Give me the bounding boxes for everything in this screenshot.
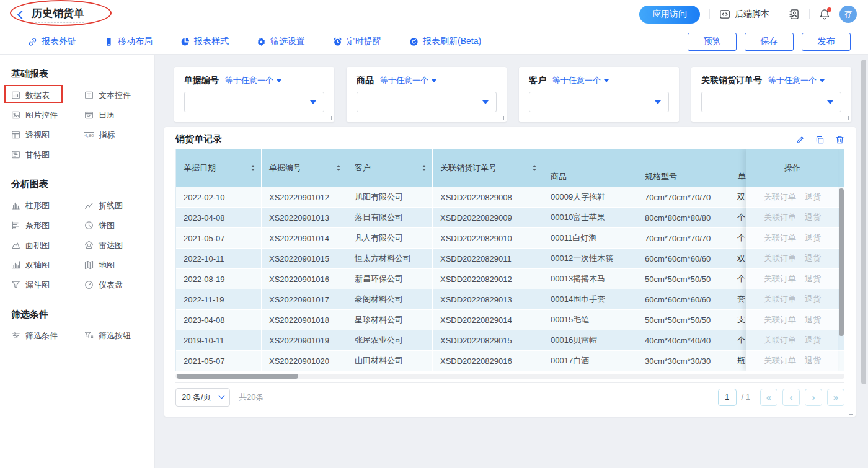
line-chart-icon	[84, 201, 94, 210]
page-size-select[interactable]: 20 条/页	[175, 388, 230, 407]
sidebar-item-funnel-chart[interactable]: 漏斗图	[11, 279, 84, 291]
filter-value-select[interactable]	[529, 92, 669, 112]
notification-bell-icon[interactable]	[819, 9, 830, 20]
filter-operator[interactable]: 等于任意一个	[768, 75, 825, 86]
column-header-spec[interactable]: 规格型号	[637, 166, 730, 187]
sort-icon[interactable]	[337, 165, 340, 171]
link-order-button[interactable]: 关联订单	[764, 253, 796, 264]
trash-icon[interactable]	[835, 135, 844, 144]
column-header-date[interactable]: 单据日期	[176, 149, 262, 187]
sidebar-item-calendar[interactable]: 日历	[84, 109, 154, 121]
sidebar-item-metric[interactable]: 4,80指标	[84, 129, 154, 141]
resize-handle[interactable]	[672, 116, 676, 120]
publish-button[interactable]: 发布	[802, 33, 851, 51]
column-header-product[interactable]: 商品	[543, 166, 637, 187]
preview-button[interactable]: 预览	[688, 33, 737, 51]
save-button[interactable]: 保存	[745, 33, 794, 51]
toolbar-item-report-link[interactable]: 报表外链	[28, 36, 76, 47]
sidebar-item-area-chart[interactable]: 面积图	[11, 239, 84, 251]
copy-icon[interactable]	[815, 135, 825, 144]
toolbar-item-filter-settings[interactable]: 筛选设置	[257, 36, 305, 47]
link-order-button[interactable]: 关联订单	[764, 212, 796, 223]
filter-value-select[interactable]	[184, 92, 324, 112]
filter-widget-customer[interactable]: 客户 等于任意一个	[519, 67, 679, 122]
column-chart-icon	[11, 201, 20, 210]
filter-value-select[interactable]	[356, 92, 497, 112]
link-order-button[interactable]: 关联订单	[764, 355, 796, 366]
link-order-button[interactable]: 关联订单	[764, 273, 796, 285]
filter-widget-product[interactable]: 商品 等于任意一个	[347, 67, 507, 122]
bar-chart-icon	[11, 221, 20, 230]
first-page-button[interactable]	[760, 389, 777, 406]
toolbar-item-report-style[interactable]: 报表样式	[180, 36, 229, 47]
report-refresh-icon	[409, 37, 418, 46]
contact-book-icon[interactable]	[789, 9, 800, 20]
return-button[interactable]: 退货	[805, 253, 821, 264]
sidebar-item-map[interactable]: 地图	[84, 259, 154, 271]
return-button[interactable]: 退货	[805, 355, 821, 366]
filter-field-label: 客户	[529, 75, 546, 86]
resize-handle[interactable]	[500, 116, 504, 120]
resize-handle[interactable]	[849, 410, 853, 415]
page-number-input[interactable]: 1	[718, 389, 737, 406]
toolbar-item-mobile-layout[interactable]: 移动布局	[104, 36, 153, 47]
sidebar-item-filter-condition[interactable]: 筛选条件	[11, 330, 84, 342]
return-button[interactable]: 退货	[805, 212, 821, 223]
sidebar-item-gauge[interactable]: 仪表盘	[84, 279, 154, 291]
page-vertical-scrollbar[interactable]	[861, 60, 866, 384]
link-order-button[interactable]: 关联订单	[764, 294, 796, 305]
sort-icon[interactable]	[251, 165, 255, 171]
return-button[interactable]: 退货	[805, 232, 821, 244]
return-button[interactable]: 退货	[805, 335, 821, 346]
cell-spec: 40cm*40cm*40/40	[637, 330, 730, 351]
back-icon[interactable]	[17, 10, 26, 19]
app-access-button[interactable]: 应用访问	[639, 6, 700, 24]
next-page-button[interactable]	[805, 389, 822, 406]
link-order-button[interactable]: 关联订单	[764, 232, 796, 244]
return-button[interactable]: 退货	[805, 314, 821, 325]
last-page-button[interactable]	[827, 389, 844, 406]
sidebar-item-line-chart[interactable]: 折线图	[84, 200, 154, 211]
table-vertical-scrollbar[interactable]	[839, 188, 844, 336]
pagination-bar: 20 条/页 共20条 1 / 1	[175, 382, 844, 411]
filter-operator[interactable]: 等于任意一个	[380, 75, 436, 86]
prev-page-button[interactable]	[782, 389, 800, 406]
filter-operator[interactable]: 等于任意一个	[225, 75, 281, 86]
sidebar-item-datatable[interactable]: 数据表	[11, 89, 84, 101]
sidebar-item-dual-axis-chart[interactable]: 双轴图	[11, 259, 84, 271]
toolbar-item-report-refresh[interactable]: 报表刷新(Beta)	[409, 36, 481, 47]
sidebar-item-image-widget[interactable]: 图片控件	[11, 109, 84, 121]
column-header-doc-no[interactable]: 单据编号	[262, 149, 347, 187]
filter-widget-sales-order[interactable]: 关联销货订单号 等于任意一个	[691, 67, 851, 122]
return-button[interactable]: 退货	[805, 192, 821, 203]
sidebar-item-radar-chart[interactable]: 雷达图	[84, 239, 154, 251]
dual-axis-icon	[11, 260, 20, 270]
link-order-button[interactable]: 关联订单	[764, 335, 796, 346]
table-horizontal-scrollbar[interactable]	[177, 374, 298, 379]
filter-operator[interactable]: 等于任意一个	[552, 75, 609, 86]
sidebar-item-column-chart[interactable]: 柱形图	[11, 200, 84, 211]
sidebar-item-pie-chart[interactable]: 饼图	[84, 219, 154, 231]
column-header-order-no[interactable]: 关联销货订单号	[433, 149, 543, 187]
edit-icon[interactable]	[795, 135, 805, 144]
filter-value-select[interactable]	[701, 92, 841, 112]
return-button[interactable]: 退货	[805, 273, 821, 285]
link-order-button[interactable]: 关联订单	[764, 314, 796, 325]
sidebar-item-gantt[interactable]: 甘特图	[11, 149, 84, 161]
backend-script-button[interactable]: 后端脚本	[719, 9, 769, 20]
column-header-customer[interactable]: 客户	[347, 149, 433, 187]
sidebar-item-text-widget[interactable]: 文本控件	[84, 89, 154, 101]
cell-date: 2021-05-07	[176, 228, 262, 249]
sidebar-item-filter-button[interactable]: 筛选按钮	[84, 330, 154, 342]
link-order-button[interactable]: 关联订单	[764, 192, 796, 203]
filter-widget-doc-no[interactable]: 单据编号 等于任意一个	[174, 67, 334, 122]
sidebar-item-pivot[interactable]: 透视图	[11, 129, 84, 141]
sort-icon[interactable]	[422, 165, 426, 171]
sidebar-item-bar-chart[interactable]: 条形图	[11, 219, 84, 231]
resize-handle[interactable]	[844, 116, 849, 120]
avatar[interactable]: 存	[839, 6, 857, 23]
return-button[interactable]: 退货	[805, 294, 821, 305]
resize-handle[interactable]	[327, 116, 332, 120]
toolbar-item-timed-reminder[interactable]: 定时提醒	[333, 36, 381, 47]
sort-icon[interactable]	[533, 165, 536, 171]
